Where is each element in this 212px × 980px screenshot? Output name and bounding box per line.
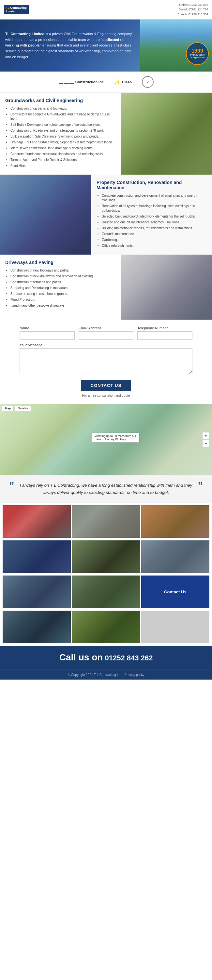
email-input[interactable]: [79, 331, 134, 340]
gallery-item-6: [141, 540, 209, 573]
list-item: Construction of new driveways and renova…: [10, 274, 116, 278]
gallery-contact-link[interactable]: Contact Us: [164, 590, 186, 594]
list-item: Construction of Roadways and or alterati…: [10, 129, 116, 133]
list-item: Surfacing and Resurfacing in macadam.: [10, 286, 116, 290]
map-tab-map[interactable]: Map: [2, 406, 14, 411]
chas-text: CHAS: [122, 80, 132, 84]
list-item: Building maintenance repairs, refurbishm…: [102, 226, 207, 231]
map-controls: + −: [202, 432, 209, 447]
property-text: Property Construction, Renovation and Ma…: [92, 175, 212, 255]
gallery-item-2: [72, 505, 140, 538]
list-item: Drainage Foul and Surface water, Septic …: [10, 140, 116, 145]
contact-form-section: Name Email Address Telephone Number Your…: [0, 320, 212, 404]
phone-input[interactable]: [137, 331, 193, 340]
bottom-cta: Call us on 01252 843 262: [0, 646, 212, 669]
property-list: Complete construction and development of…: [96, 194, 207, 248]
privacy-link[interactable]: Privacy policy: [124, 673, 144, 677]
cta-call-text: Call us on: [59, 652, 103, 662]
map-label: Working up to 50 miles from ourbase in H…: [92, 433, 139, 442]
property-image: [0, 175, 92, 255]
cta-phone: 01252 843 262: [105, 654, 153, 662]
list-item: Renovation of all types of buildings inc…: [102, 204, 207, 213]
map-tab-satellite[interactable]: Satellite: [15, 406, 31, 411]
property-section: Property Construction, Renovation and Ma…: [0, 175, 212, 255]
list-item: Surface dressing in resin bound granite.: [10, 292, 116, 296]
list-item: Complete construction and development of…: [102, 194, 207, 202]
email-group: Email Address: [79, 326, 134, 340]
gallery-item-1: [3, 505, 71, 538]
list-item: Plant Hire.: [10, 164, 116, 168]
gallery-item-12: [141, 611, 209, 643]
certified-logo: ✓: [142, 76, 154, 88]
form-note: For a free consultation and quote: [19, 394, 193, 397]
gallery-grid-bot: Contact Us: [1, 574, 211, 609]
gallery-section: Contact Us: [0, 503, 212, 646]
gallery-item-4: [3, 540, 71, 573]
list-item: ...and many other bespoke driveways.: [10, 303, 116, 308]
cta-text: Call us on 01252 843 262: [6, 652, 206, 663]
gallery-grid-mid: [1, 539, 211, 574]
gallery-item-10: [3, 611, 71, 643]
name-input[interactable]: [19, 331, 75, 340]
testimonial-text: I always rely on T L Contracting, we hav…: [16, 482, 196, 496]
groundworks-text: Groundworks and Civil Engineering Constr…: [0, 93, 120, 175]
gallery-grid-last: [1, 609, 211, 644]
driveways-text: Driveways and Paving Construction of new…: [0, 255, 120, 320]
message-textarea[interactable]: [19, 348, 193, 374]
list-item: Flood Protection.: [10, 298, 116, 302]
logos-bar: ⚊⚊⚊ Constructionline ✨ CHAS ✓: [0, 72, 212, 93]
gallery-item-11: [72, 611, 140, 643]
message-label: Your Message: [19, 343, 193, 347]
constructionline-text: Constructionline: [75, 80, 104, 84]
list-item: Construction of terraces and patios.: [10, 280, 116, 285]
groundworks-title: Groundworks and Civil Engineering: [5, 98, 116, 103]
email-label: Email Address: [79, 326, 134, 330]
groundworks-image: [120, 93, 212, 175]
list-item: Selected build and coordinated work elem…: [102, 214, 207, 219]
chas-logo: ✨ CHAS: [114, 78, 132, 86]
phone-group: Telephone Number: [137, 326, 193, 340]
gallery-item-3: [141, 505, 209, 538]
driveways-list: Construction of new footways and paths. …: [5, 268, 116, 308]
list-item: Routine and one off maintenance schemes …: [102, 220, 207, 225]
gallery-item-7: [3, 576, 71, 608]
hero-section: TL Contracting Limited is a private Civi…: [0, 19, 212, 72]
badge-sub: over 20 yearsof experience: [190, 54, 204, 59]
list-item: Contractors for complete Groundworks and…: [10, 112, 116, 121]
property-title: Property Construction, Renovation and Ma…: [96, 180, 207, 190]
header-contact-info: Office: 01252 843 262 Daniel: 07961 124 …: [177, 3, 208, 17]
groundworks-list: Construction of carparks and footways. C…: [5, 106, 116, 168]
hero-text: TL Contracting Limited is a private Civi…: [0, 25, 140, 66]
gallery-item-9: Contact Us: [141, 576, 209, 608]
map-background: Map Satellite 📍 Working up to 50 miles f…: [0, 404, 212, 476]
footer: © Copyright 2021 T L Contracting Ltd | P…: [0, 669, 212, 679]
hero-paragraph: TL Contracting Limited is a private Civi…: [5, 31, 135, 60]
list-item: Micro sewer connections, land drainage &…: [10, 146, 116, 151]
constructionline-icon: ⚊⚊⚊: [58, 78, 74, 86]
list-item: Grounds maintenance.: [102, 232, 207, 236]
gallery-grid-top: [1, 504, 211, 539]
list-item: Construction of new footways and paths.: [10, 268, 116, 273]
map-zoom-out[interactable]: −: [202, 440, 209, 447]
map-tabs: Map Satellite: [2, 406, 31, 411]
list-item: Office refurbishments.: [102, 243, 207, 248]
driveways-section: Driveways and Paving Construction of new…: [0, 255, 212, 320]
map-section: Map Satellite 📍 Working up to 50 miles f…: [0, 404, 212, 476]
logo-tl: TL: [6, 6, 10, 10]
chas-icon: ✨: [114, 78, 120, 86]
quote-mark-right: ": [198, 484, 202, 490]
list-item: Self Build / Developers complete package…: [10, 123, 116, 127]
copyright-text: © Copyright 2021 T L Contracting Ltd |: [67, 673, 123, 677]
phone-daniel: Daniel: 07961 124 786: [177, 7, 208, 12]
groundworks-section: Groundworks and Civil Engineering Constr…: [0, 93, 212, 175]
message-group: Your Message: [19, 343, 193, 375]
name-label: Name: [19, 326, 75, 330]
list-item: Bulk excavation, Site Clearance, Swimmin…: [10, 134, 116, 139]
map-zoom-in[interactable]: +: [202, 432, 209, 439]
gallery-item-8: [72, 576, 140, 608]
list-item: Construction of carparks and footways.: [10, 106, 116, 111]
list-item: Gardening.: [102, 238, 207, 242]
driveways-title: Driveways and Paving: [5, 260, 116, 265]
contact-us-button[interactable]: CONTACT US: [81, 380, 131, 391]
quote-mark-left: ": [10, 484, 14, 490]
